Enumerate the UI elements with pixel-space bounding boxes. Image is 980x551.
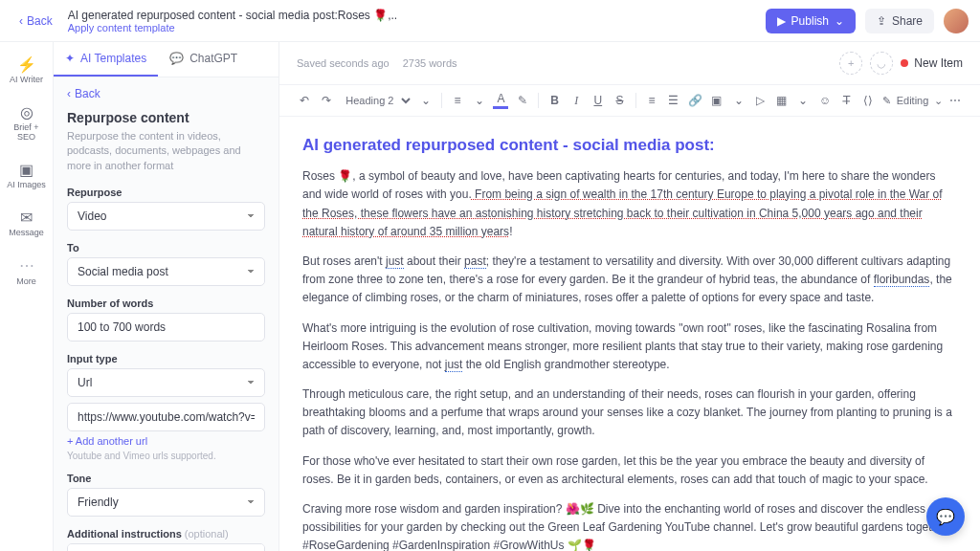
highlight-button[interactable]: ✎: [513, 89, 533, 112]
list-ul-button[interactable]: ☰: [663, 89, 683, 112]
clear-format-button[interactable]: T̶: [836, 89, 857, 112]
back-button[interactable]: ‹ Back: [11, 11, 60, 32]
image-icon: ▣: [18, 161, 35, 178]
page-title: AI generated repurposed content - social…: [68, 9, 766, 22]
topbar-actions: ▶ Publish ⌄ ⇪ Share: [766, 9, 969, 33]
content-paragraph: What's more intriguing is the evolution …: [302, 320, 957, 375]
chevron-down-icon: ⌄: [934, 95, 943, 107]
chat-icon: 💬: [936, 508, 955, 526]
to-select[interactable]: Social media post: [67, 257, 265, 286]
list-ol-button[interactable]: ≡: [642, 89, 662, 112]
heading-select[interactable]: Heading 2: [338, 90, 413, 111]
content-heading: AI generated repurposed content - social…: [302, 132, 957, 158]
video-button[interactable]: ▷: [750, 89, 770, 112]
publish-button[interactable]: ▶ Publish ⌄: [766, 9, 856, 33]
content-paragraph: Roses 🌹, a symbol of beauty and love, ha…: [302, 167, 957, 241]
editor-status-bar: Saved seconds ago 2735 words + ◡ New Ite…: [279, 42, 980, 84]
sidebar-title: Repurpose content: [67, 110, 265, 125]
rail-label: AI Images: [7, 180, 46, 189]
word-count: 2735 words: [403, 57, 457, 69]
editing-label: Editing: [897, 95, 929, 106]
templates-icon: ✦: [65, 52, 75, 65]
share-label: Share: [892, 14, 923, 28]
play-icon: ▶: [777, 14, 786, 28]
url-hint: Youtube and Vimeo urls supported.: [67, 451, 265, 461]
rail-label: AI Writer: [10, 75, 43, 84]
instructions-textarea[interactable]: [67, 543, 265, 551]
align-button[interactable]: ≡: [448, 89, 468, 112]
chevron-down-icon[interactable]: ⌄: [469, 89, 489, 112]
chevron-down-icon[interactable]: ⌄: [793, 89, 813, 112]
tab-label: AI Templates: [80, 52, 146, 65]
sidebar-back-label: Back: [75, 87, 100, 100]
tone-select[interactable]: Friendly: [67, 488, 265, 517]
repurpose-select[interactable]: Video: [67, 202, 265, 231]
avatar[interactable]: [944, 9, 969, 33]
underline-button[interactable]: U: [588, 89, 608, 112]
redo-button[interactable]: ↷: [317, 89, 337, 112]
more-button[interactable]: ⋯: [945, 89, 965, 112]
sidebar-subtitle: Repurpose the content in videos, podcast…: [67, 129, 265, 173]
chevron-down-icon[interactable]: ⌄: [415, 89, 435, 112]
new-item-label: New Item: [914, 56, 963, 70]
left-rail: ⚡ AI Writer ◎ Brief + SEO ▣ AI Images ✉ …: [0, 42, 54, 551]
rail-item-brief-seo[interactable]: ◎ Brief + SEO: [0, 99, 53, 145]
link-button[interactable]: 🔗: [685, 89, 705, 112]
add-url-link[interactable]: + Add another url: [67, 435, 147, 447]
image-button[interactable]: ▣: [707, 89, 727, 112]
input-type-select[interactable]: Url: [67, 368, 265, 397]
chat-fab-button[interactable]: 💬: [926, 497, 965, 536]
chevron-left-icon: ‹: [19, 14, 23, 28]
to-label: To: [67, 242, 265, 253]
table-button[interactable]: ▦: [771, 89, 791, 112]
rail-item-ai-writer[interactable]: ⚡ AI Writer: [0, 52, 53, 88]
bolt-icon: ⚡: [18, 55, 35, 73]
words-input[interactable]: [67, 313, 265, 342]
tab-chatgpt[interactable]: 💬 ChatGPT: [158, 42, 249, 77]
pencil-icon: ✎: [882, 95, 891, 107]
rail-item-more[interactable]: ⋯ More: [0, 253, 53, 290]
bold-button[interactable]: B: [545, 89, 565, 112]
message-icon: ✉: [18, 209, 35, 226]
rail-item-message[interactable]: ✉ Message: [0, 205, 53, 241]
strike-button[interactable]: S: [610, 89, 630, 112]
share-button[interactable]: ⇪ Share: [865, 9, 934, 33]
apply-template-link[interactable]: Apply content template: [68, 22, 766, 33]
editing-mode-button[interactable]: ✎ Editing ⌄: [882, 95, 944, 107]
font-color-button[interactable]: A: [491, 89, 511, 112]
italic-button[interactable]: I: [567, 89, 587, 112]
content-paragraph: For those who've ever hesitated to start…: [302, 452, 957, 489]
rail-label: Message: [9, 228, 44, 237]
title-wrap: AI generated repurposed content - social…: [68, 9, 766, 33]
words-label: Number of words: [67, 298, 265, 309]
share-icon: ⇪: [877, 14, 886, 28]
new-item-status[interactable]: New Item: [901, 56, 963, 70]
tab-label: ChatGPT: [189, 52, 237, 65]
more-icon: ⋯: [19, 256, 34, 275]
sidebar: ✦ AI Templates 💬 ChatGPT ‹ Back Repurpos…: [54, 42, 279, 551]
rail-item-ai-images[interactable]: ▣ AI Images: [0, 157, 53, 193]
rail-label: More: [16, 276, 36, 286]
saved-status: Saved seconds ago: [297, 57, 390, 69]
target-icon: ◎: [18, 103, 35, 121]
tone-label: Tone: [67, 473, 265, 484]
code-button[interactable]: ⟨⟩: [858, 89, 879, 112]
emoji-button[interactable]: ☺: [815, 89, 835, 112]
workflow-button[interactable]: ◡: [870, 52, 893, 75]
chevron-down-icon: ⌄: [835, 14, 844, 28]
chevron-down-icon[interactable]: ⌄: [728, 89, 748, 112]
editor-content[interactable]: AI generated repurposed content - social…: [279, 117, 980, 551]
input-type-label: Input type: [67, 353, 265, 364]
tab-ai-templates[interactable]: ✦ AI Templates: [54, 42, 158, 77]
editor-toolbar: ↶ ↷ Heading 2 ⌄ ≡ ⌄ A ✎ B I U S ≡ ☰ 🔗 ▣ …: [279, 84, 980, 117]
back-label: Back: [27, 14, 53, 28]
status-dot-icon: [901, 59, 908, 67]
content-paragraph: But roses aren't just about their past; …: [302, 253, 957, 308]
add-person-button[interactable]: +: [839, 52, 862, 75]
url-input[interactable]: [67, 403, 265, 431]
content-paragraph: Through meticulous care, the right setup…: [302, 386, 957, 441]
sidebar-back-button[interactable]: ‹ Back: [67, 87, 265, 100]
undo-button[interactable]: ↶: [295, 89, 315, 112]
publish-label: Publish: [791, 14, 829, 28]
chevron-left-icon: ‹: [67, 87, 71, 100]
